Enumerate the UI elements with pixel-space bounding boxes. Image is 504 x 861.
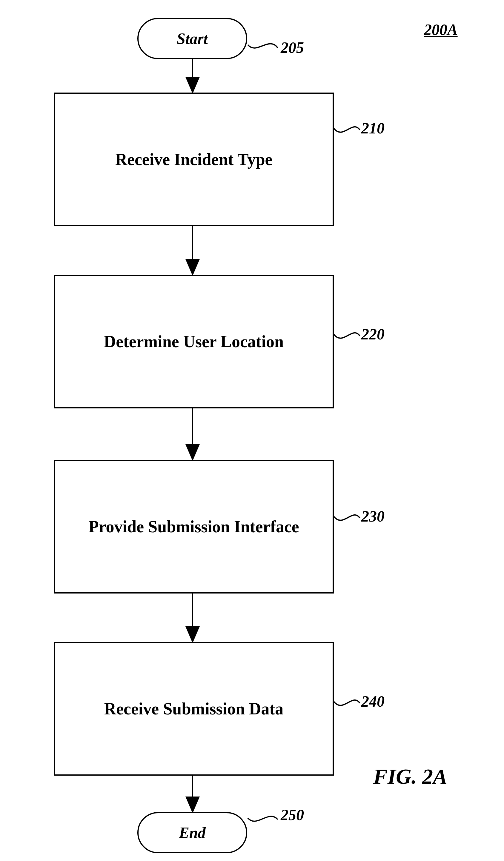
- process-step2: Determine User Location: [54, 275, 334, 408]
- ref-step1: 210: [361, 120, 384, 137]
- process-step4-label: Receive Submission Data: [104, 699, 283, 718]
- callout-step3: [334, 515, 360, 520]
- ref-step4: 240: [361, 693, 384, 710]
- terminator-start: Start: [137, 18, 247, 59]
- figure-label: FIG. 2A: [373, 764, 447, 789]
- terminator-end-label: End: [179, 824, 206, 842]
- callout-step4: [334, 700, 360, 706]
- terminator-start-label: Start: [177, 30, 208, 47]
- ref-start: 205: [281, 39, 304, 56]
- process-step3-label: Provide Submission Interface: [88, 517, 299, 536]
- ref-step2: 220: [361, 325, 384, 343]
- process-step2-label: Determine User Location: [104, 332, 284, 351]
- ref-step3: 230: [361, 507, 384, 525]
- flowchart-canvas: 200A Start 205 Receive Incident Type 210…: [0, 0, 504, 861]
- ref-end: 250: [281, 806, 304, 824]
- process-step1-label: Receive Incident Type: [115, 150, 273, 169]
- process-step3: Provide Submission Interface: [54, 460, 334, 593]
- process-step1: Receive Incident Type: [54, 93, 334, 226]
- callout-step2: [334, 333, 360, 338]
- process-step4: Receive Submission Data: [54, 642, 334, 776]
- callout-step1: [334, 127, 360, 132]
- page-ref-label: 200A: [424, 21, 458, 39]
- callout-end: [248, 816, 278, 821]
- callout-start: [248, 44, 278, 48]
- terminator-end: End: [137, 812, 247, 853]
